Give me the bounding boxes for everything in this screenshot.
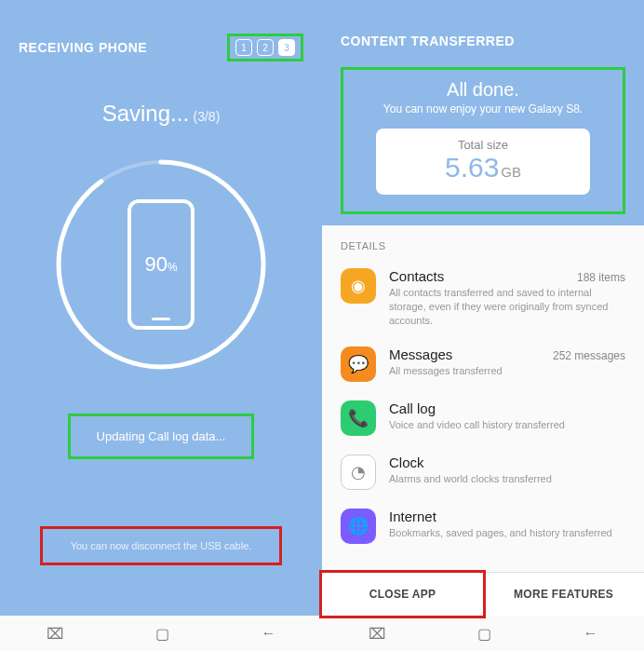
- bottom-action-bar: CLOSE APP MORE FEATURES: [322, 572, 644, 616]
- item-title: Contacts: [389, 268, 444, 284]
- saving-label: Saving...: [102, 101, 189, 126]
- item-desc: Bookmarks, saved pages, and history tran…: [389, 526, 625, 540]
- close-app-button[interactable]: CLOSE APP: [319, 570, 486, 618]
- progress-circle: 90%: [49, 153, 273, 376]
- content-transferred-screen: CONTENT TRANSFERRED All done. You can no…: [322, 0, 644, 651]
- step-3: 3: [278, 39, 295, 56]
- item-desc: All messages transferred: [389, 364, 625, 378]
- step-2: 2: [257, 39, 274, 56]
- total-size-card: Total size 5.63GB: [376, 129, 590, 195]
- item-count: 252 messages: [553, 349, 625, 362]
- step-indicator: 1 2 3: [227, 34, 303, 61]
- phone-outline-icon: 90%: [127, 199, 195, 330]
- saving-count: (3/8): [194, 109, 221, 124]
- disconnect-message: You can now disconnect the USB cable.: [40, 526, 282, 565]
- item-title: Internet: [389, 509, 436, 524]
- step-1: 1: [235, 39, 252, 56]
- detail-item-contacts[interactable]: ◉Contacts188 itemsAll contacts transferr…: [322, 259, 644, 337]
- update-status: Updating Call log data...: [68, 414, 254, 459]
- done-summary: All done. You can now enjoy your new Gal…: [341, 67, 625, 214]
- android-navbar-right: ⌧ ▢ ←: [322, 616, 644, 651]
- content-transferred-title: CONTENT TRANSFERRED: [341, 34, 625, 48]
- home-icon[interactable]: ▢: [155, 625, 169, 643]
- receiving-phone-screen: RECEIVING PHONE 1 2 3 Saving... (3/8) 90…: [0, 0, 322, 651]
- item-desc: Voice and video call history transferred: [389, 418, 625, 432]
- size-value: 5.63: [445, 152, 499, 183]
- detail-item-phone[interactable]: 📞Call logVoice and video call history tr…: [322, 391, 644, 445]
- size-unit: GB: [501, 164, 521, 180]
- detail-item-clock[interactable]: ◔ClockAlarms and world clocks transferre…: [322, 445, 644, 499]
- home-icon[interactable]: ▢: [477, 625, 491, 643]
- clock-icon: ◔: [341, 454, 376, 490]
- android-navbar-left: ⌧ ▢ ←: [0, 616, 322, 651]
- globe-icon: 🌐: [341, 509, 376, 544]
- percent-value: 90: [144, 252, 167, 276]
- item-desc: All contacts transferred and saved to in…: [389, 286, 625, 328]
- back-icon[interactable]: ←: [262, 625, 276, 642]
- item-desc: Alarms and world clocks transferred: [389, 472, 625, 486]
- item-title: Clock: [389, 454, 424, 470]
- details-label: DETAILS: [322, 240, 644, 259]
- messages-icon: 💬: [341, 346, 376, 382]
- saving-status: Saving... (3/8): [0, 101, 322, 127]
- item-title: Messages: [389, 346, 452, 362]
- percent-sign: %: [168, 261, 178, 274]
- receiving-phone-title: RECEIVING PHONE: [19, 40, 147, 55]
- item-title: Call log: [389, 400, 436, 416]
- details-section: DETAILS ◉Contacts188 itemsAll contacts t…: [322, 225, 644, 572]
- done-subtitle: You can now enjoy your new Galaxy S8.: [356, 102, 610, 115]
- item-count: 188 items: [577, 271, 625, 284]
- detail-item-messages[interactable]: 💬Messages252 messagesAll messages transf…: [322, 337, 644, 391]
- recent-apps-icon[interactable]: ⌧: [369, 625, 385, 643]
- more-features-button[interactable]: MORE FEATURES: [483, 573, 644, 616]
- contacts-icon: ◉: [341, 268, 376, 304]
- done-title: All done.: [356, 79, 610, 101]
- back-icon[interactable]: ←: [584, 625, 598, 642]
- detail-item-globe[interactable]: 🌐InternetBookmarks, saved pages, and his…: [322, 499, 644, 553]
- phone-icon: 📞: [341, 400, 376, 436]
- recent-apps-icon[interactable]: ⌧: [47, 625, 63, 643]
- size-label: Total size: [376, 138, 590, 152]
